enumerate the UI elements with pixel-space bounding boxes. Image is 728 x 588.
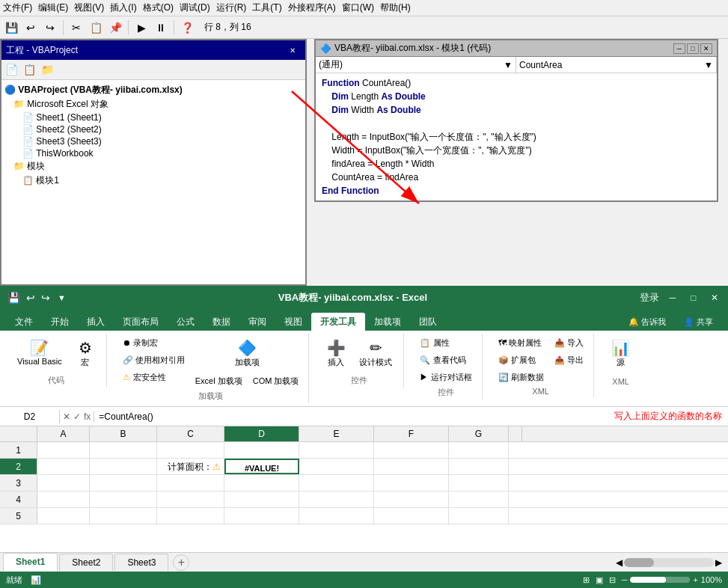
h-scrollbar[interactable] xyxy=(624,558,714,567)
cell-g5[interactable] xyxy=(449,508,509,524)
pause-btn[interactable]: ⏸ xyxy=(153,19,169,36)
paste-btn[interactable]: 📌 xyxy=(107,19,123,36)
view-normal-btn[interactable]: ⊞ xyxy=(583,575,590,585)
tab-home[interactable]: 开始 xyxy=(42,313,78,331)
cell-c2[interactable]: 计算面积：⚠ xyxy=(157,459,224,474)
cell-f2[interactable] xyxy=(374,459,449,474)
cell-d1[interactable] xyxy=(224,442,299,458)
col-header-e[interactable]: E xyxy=(299,426,374,441)
tab-share[interactable]: 👤 共享 xyxy=(675,313,722,331)
cell-a4[interactable] xyxy=(37,491,90,507)
cell-e1[interactable] xyxy=(299,442,374,458)
map-props-btn[interactable]: 🗺 映射属性 xyxy=(495,335,548,351)
cell-d3[interactable] xyxy=(224,475,299,491)
vba-proj-btn1[interactable]: 📄 xyxy=(3,61,19,78)
cell-a3[interactable] xyxy=(37,475,90,491)
cell-c5[interactable] xyxy=(157,508,224,524)
tab-pagelayout[interactable]: 页面布局 xyxy=(114,313,168,331)
dropdown-indicator[interactable]: ▼ xyxy=(58,293,66,302)
cell-g1[interactable] xyxy=(449,442,509,458)
col-header-d[interactable]: D xyxy=(224,426,299,441)
view-page-btn[interactable]: ⊟ xyxy=(609,575,616,585)
undo-toolbar-btn[interactable]: ↩ xyxy=(22,19,39,36)
properties-btn[interactable]: 📋 属性 xyxy=(416,335,475,351)
tab-formulas[interactable]: 公式 xyxy=(168,313,204,331)
h-scrollbar-thumb[interactable] xyxy=(624,558,654,567)
login-btn[interactable]: 登录 xyxy=(640,291,659,304)
zoom-slider-thumb[interactable] xyxy=(630,577,666,583)
menu-format[interactable]: 格式(O) xyxy=(143,1,174,14)
sheet-tab-sheet1[interactable]: Sheet1 xyxy=(3,553,58,572)
cell-g3[interactable] xyxy=(449,475,509,491)
col-header-c[interactable]: C xyxy=(157,426,224,441)
export-btn[interactable]: 📤 导出 xyxy=(551,352,587,368)
source-btn[interactable]: 📊 源 xyxy=(606,335,636,372)
menu-view[interactable]: 视图(V) xyxy=(74,1,104,14)
cancel-formula-btn[interactable]: ✕ xyxy=(63,411,70,422)
col-header-b[interactable]: B xyxy=(90,426,157,441)
insert-control-btn[interactable]: ➕ 插入 xyxy=(321,335,351,372)
addin-btn[interactable]: 🔷 加载项 xyxy=(192,335,303,372)
zoom-out-btn[interactable]: ─ xyxy=(622,575,628,584)
cell-e3[interactable] xyxy=(299,475,374,491)
vba-code-max-btn[interactable]: □ xyxy=(687,43,699,54)
col-header-g[interactable]: G xyxy=(449,426,509,441)
com-addin-btn[interactable]: COM 加载项 xyxy=(249,373,303,389)
excel-save-btn[interactable]: 💾 xyxy=(6,290,22,305)
cell-a2[interactable] xyxy=(37,459,90,474)
menu-tools[interactable]: 工具(T) xyxy=(252,1,281,14)
tab-data[interactable]: 数据 xyxy=(204,313,239,331)
menu-debug[interactable]: 调试(D) xyxy=(180,1,210,14)
tab-developer[interactable]: 开发工具 xyxy=(311,313,365,331)
cell-f5[interactable] xyxy=(374,508,449,524)
cell-d5[interactable] xyxy=(224,508,299,524)
save-toolbar-btn[interactable]: 💾 xyxy=(3,19,19,36)
vba-proj-btn3[interactable]: 📁 xyxy=(39,61,55,78)
formula-input[interactable] xyxy=(94,410,614,423)
menu-edit[interactable]: 编辑(E) xyxy=(38,1,68,14)
view-layout-btn[interactable]: ▣ xyxy=(596,575,603,585)
tree-item-module1[interactable]: 📋 模块1 xyxy=(4,174,302,188)
cell-e2[interactable] xyxy=(299,459,374,474)
excel-undo-btn[interactable]: ↩ xyxy=(25,290,37,305)
add-sheet-btn[interactable]: + xyxy=(173,554,189,571)
excel-min-btn[interactable]: ─ xyxy=(665,290,680,305)
cell-d4[interactable] xyxy=(224,491,299,507)
tab-help[interactable]: 🔔 告诉我 xyxy=(620,313,675,331)
row-num-3[interactable]: 3 xyxy=(0,475,37,491)
cell-a1[interactable] xyxy=(37,442,90,458)
tree-item-thisworkbook[interactable]: 📄 ThisWorkbook xyxy=(4,147,302,159)
menu-file[interactable]: 文件(F) xyxy=(3,1,32,14)
visual-basic-btn[interactable]: 📝 Visual Basic xyxy=(12,335,67,370)
cell-f3[interactable] xyxy=(374,475,449,491)
view-code-btn[interactable]: 🔍 查看代码 xyxy=(416,352,475,368)
vba-proc-dropdown[interactable]: CountArea ▼ xyxy=(516,57,717,73)
tab-review[interactable]: 审阅 xyxy=(239,313,275,331)
run-btn[interactable]: ▶ xyxy=(133,19,150,36)
cell-c1[interactable] xyxy=(157,442,224,458)
macros-btn[interactable]: ⚙ 宏 xyxy=(70,335,100,372)
cell-reference-input[interactable] xyxy=(0,410,60,423)
cell-f4[interactable] xyxy=(374,491,449,507)
vba-project-close[interactable]: ✕ xyxy=(284,42,301,58)
tree-item-sheet1[interactable]: 📄 Sheet1 (Sheet1) xyxy=(4,111,302,123)
tab-view[interactable]: 视图 xyxy=(275,313,311,331)
tab-file[interactable]: 文件 xyxy=(6,313,42,331)
cell-b5[interactable] xyxy=(90,508,157,524)
cell-c3[interactable] xyxy=(157,475,224,491)
help-btn[interactable]: ❓ xyxy=(179,19,195,36)
sheet-tab-sheet2[interactable]: Sheet2 xyxy=(59,554,113,571)
tree-item-project[interactable]: 🔵 VBAProject (VBA教程- yiibai.com.xlsx) xyxy=(4,83,302,97)
tab-addins[interactable]: 加载项 xyxy=(365,313,410,331)
col-header-a[interactable]: A xyxy=(37,426,90,441)
col-header-f[interactable]: F xyxy=(374,426,449,441)
row-num-4[interactable]: 4 xyxy=(0,491,37,507)
cell-e5[interactable] xyxy=(299,508,374,524)
excel-close-btn[interactable]: ✕ xyxy=(707,290,722,305)
insert-function-btn[interactable]: fx xyxy=(84,411,91,422)
tree-item-sheet3[interactable]: 📄 Sheet3 (Sheet3) xyxy=(4,135,302,147)
confirm-formula-btn[interactable]: ✓ xyxy=(73,411,81,422)
expand-pack-btn[interactable]: 📦 扩展包 xyxy=(495,352,548,368)
cell-b2[interactable] xyxy=(90,459,157,474)
menu-window[interactable]: 窗口(W) xyxy=(342,1,374,14)
